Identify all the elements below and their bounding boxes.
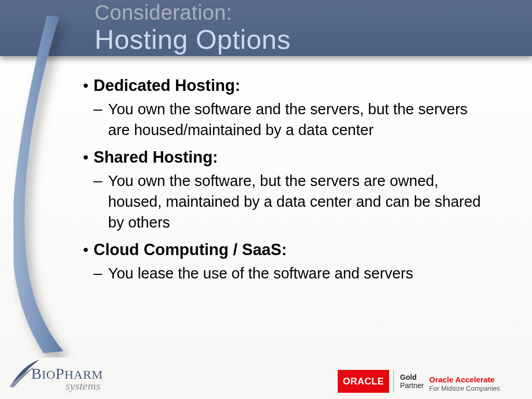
partner-label: Partner xyxy=(400,381,424,390)
accelerate-title: Oracle Accelerate xyxy=(429,375,525,384)
bullet-title: Shared Hosting: xyxy=(94,148,218,167)
partner-level-box: Gold Partner xyxy=(393,370,424,393)
logo-biopharm: BIOPHARM systems xyxy=(8,357,128,396)
sub-bullet-item: – You own the software, but the servers … xyxy=(94,170,504,233)
bullet-item: • Dedicated Hosting: xyxy=(78,76,504,96)
logo-oracle-accelerate: Oracle Accelerate For Midsize Companies xyxy=(429,375,525,393)
sub-bullet-text: You own the software and the servers, bu… xyxy=(108,99,487,140)
bullet-marker: • xyxy=(78,76,94,96)
sub-bullet-marker: – xyxy=(94,170,108,191)
header-pretitle: Consideration: xyxy=(95,1,232,24)
bullet-marker: • xyxy=(78,240,94,260)
partner-level: Gold xyxy=(400,373,424,381)
header-bar: Consideration: Hosting Options xyxy=(0,0,532,56)
footer: BIOPHARM systems ORACLE Gold Partner Ora… xyxy=(0,355,532,399)
sub-bullet-text: You own the software, but the servers ar… xyxy=(108,170,487,233)
sub-bullet-item: – You own the software and the servers, … xyxy=(94,99,504,140)
header-title: Hosting Options xyxy=(95,24,290,55)
bullet-item: • Shared Hosting: xyxy=(78,148,504,167)
logo-oracle-partner: ORACLE Gold Partner xyxy=(338,370,424,393)
sub-bullet-item: – You lease the use of the software and … xyxy=(94,263,504,284)
bullet-title: Dedicated Hosting: xyxy=(94,76,240,96)
oracle-brand-box: ORACLE xyxy=(338,370,389,393)
bullet-title: Cloud Computing / SaaS: xyxy=(94,240,287,260)
accelerate-subtitle: For Midsize Companies xyxy=(429,384,525,393)
bullet-marker: • xyxy=(78,148,94,167)
biopharm-logo-subtext: systems xyxy=(65,379,100,393)
sub-bullet-text: You lease the use of the software and se… xyxy=(108,263,413,284)
bullet-item: • Cloud Computing / SaaS: xyxy=(78,240,504,260)
slide: Consideration: Hosting Options • Dedicat… xyxy=(0,0,532,399)
content-area: • Dedicated Hosting: – You own the softw… xyxy=(78,73,504,291)
sub-bullet-marker: – xyxy=(94,99,108,119)
sub-bullet-marker: – xyxy=(94,263,108,284)
